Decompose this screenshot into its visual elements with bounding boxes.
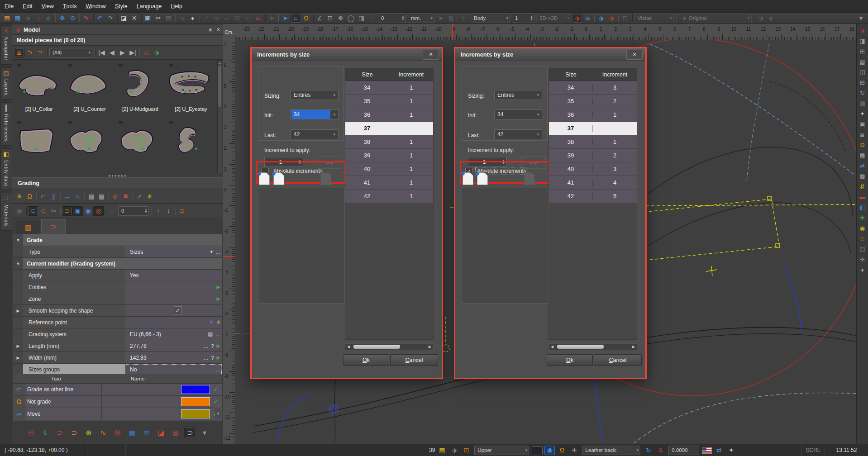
size-row-40[interactable]: 403 xyxy=(549,162,637,176)
us-flag-icon[interactable] xyxy=(702,447,712,454)
close-icon[interactable]: ✕ xyxy=(626,50,643,60)
close-icon[interactable]: ✕ xyxy=(423,50,439,60)
property-row-zone[interactable]: Zone▶ xyxy=(13,293,222,305)
model-piece[interactable]: ∞ xyxy=(166,118,216,173)
panel4-icon[interactable]: ◫ xyxy=(858,67,867,77)
cell-action-icon[interactable]: … xyxy=(203,355,208,361)
dot-red-icon[interactable]: ⊙ xyxy=(858,234,867,243)
size-row-40[interactable]: 401 xyxy=(345,162,433,176)
dialog-titlebar[interactable]: Increments by size✕ xyxy=(252,48,442,61)
open-folder-icon[interactable]: ▤ xyxy=(2,14,12,23)
panel-close-icon[interactable]: ✕ xyxy=(216,27,220,33)
cell-action-icon[interactable]: ▾ xyxy=(210,249,213,255)
next-piece-icon[interactable]: ▶ xyxy=(117,48,128,57)
curve-add-red-icon[interactable]: ⊂ xyxy=(38,206,48,216)
last-select[interactable]: 42▾ xyxy=(494,129,542,139)
eye-points-icon[interactable]: ◉ xyxy=(72,206,83,216)
camera-red-icon[interactable]: ◎ xyxy=(170,427,181,438)
cell-action-icon[interactable]: ▶ xyxy=(217,343,220,349)
shoe-check-icon[interactable]: ⬗ xyxy=(152,48,162,57)
star-icon[interactable]: ✦ xyxy=(858,109,867,119)
copy-icon[interactable]: ▣ xyxy=(143,14,153,23)
rotate-icon[interactable]: ↻ xyxy=(858,88,867,98)
layer-select[interactable]: Upper▾ xyxy=(474,446,529,455)
flag-shape-icon[interactable]: ◪ xyxy=(155,427,167,438)
pieces-scrollbar[interactable]: ▲ xyxy=(217,60,222,173)
panel5-icon[interactable]: ⊟ xyxy=(858,78,867,87)
shoe-panel-icon[interactable]: ⬗ xyxy=(858,26,867,35)
saved-increments-list[interactable] xyxy=(462,188,548,304)
fill-square-icon[interactable]: ◨ xyxy=(356,14,367,23)
apply-up-icon[interactable]: ↗ xyxy=(134,192,144,201)
up-icon[interactable]: ↑ xyxy=(153,206,163,216)
property-row-width-mm-[interactable]: ▶Width (mm)142.83…?▶ xyxy=(13,352,222,364)
size-increment-table[interactable]: SizeIncrement34135136137381391401411421 xyxy=(345,68,434,340)
table-hscrollbar[interactable]: ◀▶ xyxy=(548,343,637,350)
lasso-icon[interactable]: ◯ xyxy=(346,14,356,23)
tools-status-icon[interactable]: ✛ xyxy=(569,446,579,455)
increment-spinner[interactable]: 1▲▼ xyxy=(468,157,507,167)
model-piece[interactable]: ∞[2] U_Collar xyxy=(14,61,64,117)
menu-help[interactable]: Help xyxy=(166,0,187,12)
select-arrow-icon[interactable]: ➤ xyxy=(280,14,291,23)
model-piece[interactable]: ∞ xyxy=(14,118,64,173)
cross-icon[interactable]: ✛ xyxy=(858,255,867,264)
lock-add-icon[interactable]: Ω xyxy=(24,192,35,201)
menu-edit[interactable]: Edit xyxy=(18,0,37,12)
sidebar-tab-materials[interactable]: ∷Materials xyxy=(0,193,12,231)
tab-pieces-grade[interactable]: ▥ xyxy=(16,221,40,234)
menu-file[interactable]: File xyxy=(0,0,18,12)
shoe-gray-icon[interactable]: ⬗ xyxy=(449,446,459,455)
panel2-icon[interactable]: ⊞ xyxy=(858,47,867,56)
eye-target-icon[interactable]: ◎ xyxy=(93,206,104,216)
cell-action-icon[interactable]: ? xyxy=(211,343,214,349)
color-swatch[interactable] xyxy=(181,397,210,406)
grading-offset-spinner[interactable]: 0▲▼ xyxy=(118,206,149,216)
body-select[interactable]: Body▾ xyxy=(471,14,510,23)
cell-action-icon[interactable]: ? xyxy=(211,355,214,361)
lock-icon[interactable]: Ω xyxy=(301,14,311,23)
line-table-scroll-icon[interactable]: ▾ xyxy=(215,408,221,419)
shoe-red-icon[interactable]: ⬗ xyxy=(606,14,617,23)
layers-status-icon[interactable]: ▤ xyxy=(437,446,447,455)
property-row-grading-system[interactable]: Grading systemEU (6,66 - 3)▤… xyxy=(13,328,222,340)
shoe-toggle-blue-icon[interactable]: ≋ xyxy=(582,14,593,23)
panel3-icon[interactable]: ▤ xyxy=(858,57,867,66)
body-boot-icon[interactable]: ∟ xyxy=(459,14,470,23)
view-list-icon[interactable]: ≣ xyxy=(14,48,24,57)
size-row-37[interactable]: 37 xyxy=(345,122,433,135)
clear-zero-icon[interactable]: ⊘ xyxy=(110,192,120,201)
save-increments-icon[interactable]: ◆ xyxy=(477,172,488,185)
axis-icon[interactable]: ∠ xyxy=(315,14,325,23)
view-lines-icon[interactable]: ⊃ xyxy=(35,48,45,57)
eye-status-icon[interactable]: ◉ xyxy=(544,446,555,455)
model-piece[interactable]: ∞[2] U-Mudguard xyxy=(115,61,165,117)
size-row-39[interactable]: 392 xyxy=(549,149,637,162)
curve-add-red-icon[interactable]: ⊂ xyxy=(253,14,263,23)
doc-shoe-icon[interactable]: ⇓ xyxy=(39,427,51,438)
gear-add-icon[interactable]: ✳ xyxy=(14,192,24,201)
scroll-up-icon[interactable]: ▲ xyxy=(218,61,222,66)
line-type-row[interactable]: ⊂Grade as other line✓ xyxy=(13,384,222,396)
magnet-pressed-icon[interactable]: ⊃ xyxy=(184,427,196,438)
load-increments-icon[interactable]: ◆ xyxy=(259,172,270,185)
last-select[interactable]: 42▾ xyxy=(291,129,339,139)
measure-value-field[interactable]: 0.0000 xyxy=(668,446,699,455)
dot-yellow-icon[interactable]: ◉ xyxy=(858,223,867,233)
menu-tools[interactable]: Tools xyxy=(58,0,81,12)
footer-overflow-icon[interactable]: ▾ xyxy=(199,427,210,438)
red-bar-icon[interactable]: ▬ xyxy=(858,192,867,202)
model-piece[interactable]: ∞ xyxy=(115,118,165,173)
eye-lines-icon[interactable]: ◉ xyxy=(83,206,93,216)
cell-action-icon[interactable]: ✳ xyxy=(216,319,220,325)
shoe-list-icon[interactable]: ⊟ xyxy=(25,427,37,438)
panel7-icon[interactable]: ▣ xyxy=(858,119,867,129)
autohide-pin-icon[interactable]: a xyxy=(209,27,212,33)
magnet-orange-icon[interactable]: ⊃ xyxy=(68,427,80,438)
circle-arrow-icon[interactable]: ⊕ xyxy=(83,427,95,438)
box-orange-icon[interactable]: ⊡ xyxy=(461,446,472,455)
size-row-38[interactable]: 381 xyxy=(345,135,433,149)
magnet-orange-icon[interactable]: ⊃ xyxy=(62,206,72,216)
panel6-icon[interactable]: ▥ xyxy=(858,99,867,108)
size-row-34[interactable]: 343 xyxy=(549,81,637,95)
